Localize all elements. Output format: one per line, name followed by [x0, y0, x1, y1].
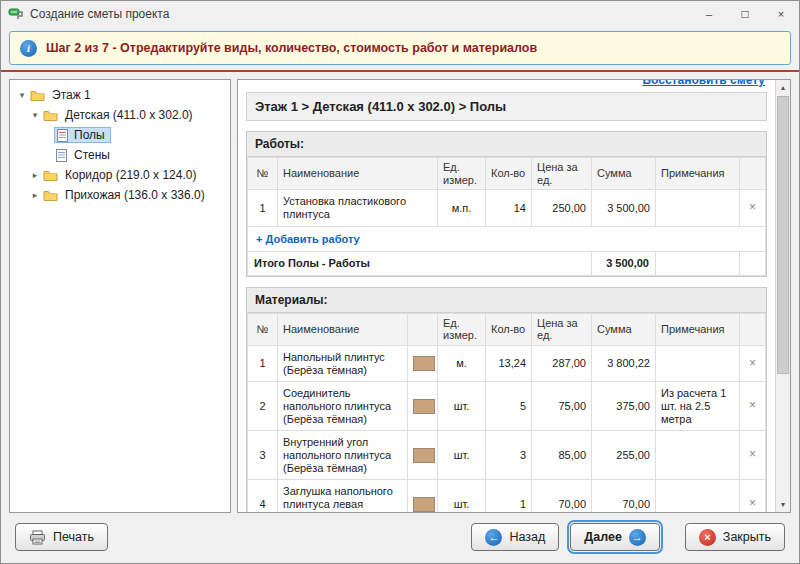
scroll-up-icon[interactable]: ▲ [776, 80, 790, 95]
chevron-collapsed-icon[interactable]: ▸ [29, 190, 41, 200]
tree-item-label-selected[interactable]: Полы [72, 128, 107, 142]
titlebar: Создание сметы проекта – □ × [1, 1, 799, 27]
material-color-swatch[interactable] [413, 497, 435, 512]
works-section: Работы: № Наименование Ед. измер. Кол-во… [246, 131, 767, 277]
tree-item-detskaya[interactable]: ▾ Детская (411.0 x 302.0) [12, 105, 228, 125]
cell-sum: 255,00 [592, 431, 656, 480]
material-row: 2 Соединитель напольного плинтуса (Берёз… [248, 382, 766, 431]
add-work-link[interactable]: + Добавить работу [248, 226, 766, 252]
tree-item-label[interactable]: Детская (411.0 x 302.0) [62, 107, 196, 123]
cell-unit[interactable]: шт. [438, 382, 486, 431]
scrollbar-thumb[interactable] [777, 96, 789, 374]
cell-swatch[interactable] [408, 480, 438, 512]
back-button[interactable]: ← Назад [471, 523, 559, 551]
chevron-collapsed-icon[interactable]: ▸ [29, 170, 41, 180]
next-button[interactable]: Далее → [570, 523, 660, 551]
vertical-scrollbar[interactable]: ▲ ▼ [775, 80, 790, 512]
works-total-label: Итого Полы - Работы [248, 252, 592, 276]
cell-note[interactable] [656, 346, 740, 382]
back-arrow-icon: ← [485, 529, 502, 546]
cell-qty[interactable]: 1 [486, 480, 532, 512]
tree-item-poly[interactable]: Полы [12, 125, 228, 145]
materials-table: № Наименование Ед. измер. Кол-во Цена за… [247, 313, 766, 512]
print-button[interactable]: Печать [15, 523, 108, 551]
material-color-swatch[interactable] [413, 356, 435, 371]
folder-icon [43, 109, 58, 121]
tree-item-label[interactable]: Стены [71, 147, 113, 163]
column-sum: Сумма [592, 158, 656, 190]
cell-unit[interactable]: шт. [438, 480, 486, 512]
tree-item-label[interactable]: Прихожая (136.0 x 336.0) [62, 187, 208, 203]
column-actions [740, 313, 766, 345]
cell-name[interactable]: Заглушка напольного плинтуса левая (Берё… [278, 480, 408, 512]
cell-price[interactable]: 287,00 [532, 346, 592, 382]
cell-name[interactable]: Соединитель напольного плинтуса (Берёза … [278, 382, 408, 431]
cell-swatch[interactable] [408, 346, 438, 382]
chevron-expanded-icon[interactable]: ▾ [29, 110, 41, 120]
page-icon [57, 129, 68, 142]
cell-qty[interactable]: 3 [486, 431, 532, 480]
window-title: Создание сметы проекта [30, 7, 691, 21]
cell-note[interactable] [656, 431, 740, 480]
cell-note[interactable] [656, 190, 740, 226]
close-button[interactable]: × Закрыть [685, 523, 785, 551]
column-price: Цена за ед. [532, 313, 592, 345]
delete-row-icon[interactable]: × [740, 190, 766, 226]
works-total-value: 3 500,00 [592, 252, 656, 276]
footer-bar: Печать ← Назад Далее → × Закрыть [1, 513, 799, 563]
cell-price[interactable]: 70,00 [532, 480, 592, 512]
tree-item-label[interactable]: Этаж 1 [49, 87, 94, 103]
material-color-swatch[interactable] [413, 399, 435, 414]
app-window: Создание сметы проекта – □ × i Шаг 2 из … [0, 0, 800, 564]
cell-unit[interactable]: шт. [438, 431, 486, 480]
materials-header-row: № Наименование Ед. измер. Кол-во Цена за… [248, 313, 766, 345]
column-actions [740, 158, 766, 190]
cell-name[interactable]: Внутренний угол напольного плинтуса (Бер… [278, 431, 408, 480]
cell-qty[interactable]: 5 [486, 382, 532, 431]
cell-qty[interactable]: 14 [486, 190, 532, 226]
cell-qty[interactable]: 13,24 [486, 346, 532, 382]
chevron-expanded-icon[interactable]: ▾ [16, 90, 28, 100]
cell-num: 1 [248, 190, 278, 226]
cell-name[interactable]: Напольный плинтус (Берёза тёмная) [278, 346, 408, 382]
material-row: 1 Напольный плинтус (Берёза тёмная) м. 1… [248, 346, 766, 382]
works-table: № Наименование Ед. измер. Кол-во Цена за… [247, 157, 766, 276]
cell-name[interactable]: Установка пластикового плинтуса [278, 190, 438, 226]
add-work-row: + Добавить работу [248, 226, 766, 252]
info-icon: i [20, 40, 37, 57]
tree-item-label[interactable]: Коридор (219.0 x 124.0) [62, 167, 199, 183]
tree-item-steny[interactable]: Стены [12, 145, 228, 165]
column-swatch [408, 313, 438, 345]
cell-num: 4 [248, 480, 278, 512]
breadcrumb: Этаж 1 > Детская (411.0 x 302.0) > Полы [246, 92, 767, 121]
maximize-button[interactable]: □ [727, 1, 763, 27]
materials-section-title: Материалы: [247, 288, 766, 313]
delete-row-icon[interactable]: × [740, 346, 766, 382]
cell-price[interactable]: 250,00 [532, 190, 592, 226]
cell-num: 1 [248, 346, 278, 382]
minimize-button[interactable]: – [691, 1, 727, 27]
cell-swatch[interactable] [408, 382, 438, 431]
delete-row-icon[interactable]: × [740, 382, 766, 431]
close-window-button[interactable]: × [763, 1, 799, 27]
cell-unit[interactable]: м.п. [438, 190, 486, 226]
cell-price[interactable]: 85,00 [532, 431, 592, 480]
cell-price[interactable]: 75,00 [532, 382, 592, 431]
restore-estimate-link[interactable]: Восстановить смету [642, 80, 765, 87]
app-icon [8, 6, 24, 22]
scroll-down-icon[interactable]: ▼ [776, 497, 790, 512]
delete-row-icon[interactable]: × [740, 480, 766, 512]
column-name: Наименование [278, 313, 408, 345]
tree-item-prihozhaya[interactable]: ▸ Прихожая (136.0 x 336.0) [12, 185, 228, 205]
cell-swatch[interactable] [408, 431, 438, 480]
material-color-swatch[interactable] [413, 448, 435, 463]
cell-unit[interactable]: м. [438, 346, 486, 382]
close-button-label: Закрыть [723, 530, 771, 544]
cell-note[interactable]: Из расчета 1 шт. на 2.5 метра [656, 382, 740, 431]
page-icon [56, 149, 67, 162]
tree-item-etazh-1[interactable]: ▾ Этаж 1 [12, 85, 228, 105]
tree-item-koridor[interactable]: ▸ Коридор (219.0 x 124.0) [12, 165, 228, 185]
materials-section: Материалы: № Наименование Ед. измер. Кол… [246, 287, 767, 512]
delete-row-icon[interactable]: × [740, 431, 766, 480]
cell-note[interactable] [656, 480, 740, 512]
